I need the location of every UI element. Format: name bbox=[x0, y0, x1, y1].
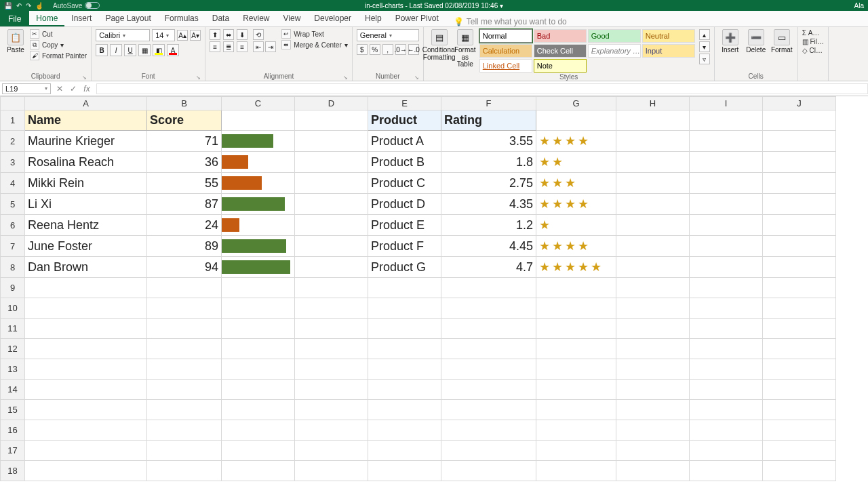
cell-I7[interactable] bbox=[690, 236, 763, 257]
cell-C14[interactable] bbox=[222, 380, 295, 400]
cell-J12[interactable] bbox=[763, 339, 836, 359]
cell-I13[interactable] bbox=[690, 359, 763, 380]
format-cells-button[interactable]: ▭Format bbox=[770, 29, 793, 72]
cell-H7[interactable] bbox=[616, 236, 690, 257]
row-header-16[interactable]: 16 bbox=[1, 420, 25, 441]
row-header-1[interactable]: 1 bbox=[1, 110, 25, 131]
cut-button[interactable]: ✂Cut bbox=[30, 29, 87, 39]
cell-B3[interactable]: 36 bbox=[147, 152, 222, 173]
cell-B16[interactable] bbox=[147, 420, 222, 441]
cell-D13[interactable] bbox=[295, 359, 368, 380]
cell-F15[interactable] bbox=[441, 400, 536, 420]
cell-A16[interactable] bbox=[25, 420, 147, 441]
cell-G5[interactable]: ★★★★ bbox=[536, 194, 616, 215]
cell-G8[interactable]: ★★★★★ bbox=[536, 257, 616, 278]
cell-B7[interactable]: 89 bbox=[147, 236, 222, 257]
cell-J16[interactable] bbox=[763, 420, 836, 441]
cell-G9[interactable] bbox=[536, 278, 616, 298]
cell-E17[interactable] bbox=[368, 441, 441, 461]
style-check-cell[interactable]: Check Cell bbox=[534, 44, 587, 58]
name-box[interactable]: L19▾ bbox=[2, 83, 51, 94]
cell-F1[interactable]: Rating bbox=[441, 110, 536, 131]
cell-C15[interactable] bbox=[222, 400, 295, 420]
cell-D9[interactable] bbox=[295, 278, 368, 298]
cell-J14[interactable] bbox=[763, 380, 836, 400]
cell-A5[interactable]: Li Xi bbox=[25, 194, 147, 215]
cell-F3[interactable]: 1.8 bbox=[441, 152, 536, 173]
cell-D11[interactable] bbox=[295, 319, 368, 339]
cell-G3[interactable]: ★★ bbox=[536, 152, 616, 173]
cell-J2[interactable] bbox=[763, 131, 836, 152]
cell-D10[interactable] bbox=[295, 298, 368, 319]
cell-C9[interactable] bbox=[222, 278, 295, 298]
italic-button[interactable]: I bbox=[110, 44, 122, 56]
wrap-text-button[interactable]: ↩Wrap Text bbox=[281, 29, 348, 39]
cell-C5[interactable] bbox=[222, 194, 295, 215]
cell-C11[interactable] bbox=[222, 319, 295, 339]
cell-E5[interactable]: Product D bbox=[368, 194, 441, 215]
cell-C1[interactable] bbox=[222, 110, 295, 131]
row-header-10[interactable]: 10 bbox=[1, 298, 25, 319]
col-header-E[interactable]: E bbox=[368, 97, 441, 110]
cell-E4[interactable]: Product C bbox=[368, 173, 441, 194]
cell-E12[interactable] bbox=[368, 339, 441, 359]
cell-H10[interactable] bbox=[616, 298, 690, 319]
cell-F9[interactable] bbox=[441, 278, 536, 298]
cell-D6[interactable] bbox=[295, 215, 368, 236]
cell-F12[interactable] bbox=[441, 339, 536, 359]
font-color-button[interactable]: A bbox=[167, 44, 179, 56]
cell-J9[interactable] bbox=[763, 278, 836, 298]
align-middle-button[interactable]: ⬌ bbox=[223, 29, 234, 40]
align-bottom-button[interactable]: ⬇ bbox=[237, 29, 248, 40]
cell-F16[interactable] bbox=[441, 420, 536, 441]
cell-D12[interactable] bbox=[295, 339, 368, 359]
cell-B14[interactable] bbox=[147, 380, 222, 400]
col-header-J[interactable]: J bbox=[763, 97, 836, 110]
fill-button[interactable]: ▥ Fil… bbox=[802, 38, 824, 45]
cell-A2[interactable]: Maurine Krieger bbox=[25, 131, 147, 152]
cell-J8[interactable] bbox=[763, 257, 836, 278]
style-calculation[interactable]: Calculation bbox=[479, 44, 532, 58]
cell-B11[interactable] bbox=[147, 319, 222, 339]
cell-E3[interactable]: Product B bbox=[368, 152, 441, 173]
cell-J17[interactable] bbox=[763, 441, 836, 461]
cell-A9[interactable] bbox=[25, 278, 147, 298]
conditional-formatting-button[interactable]: ▤ Conditional Formatting bbox=[428, 29, 451, 73]
format-as-table-button[interactable]: ▦ Format as Table bbox=[454, 29, 477, 73]
tab-view[interactable]: View bbox=[277, 12, 308, 26]
cell-A6[interactable]: Reena Hentz bbox=[25, 215, 147, 236]
cell-H9[interactable] bbox=[616, 278, 690, 298]
gallery-scroll-down[interactable]: ▾ bbox=[699, 41, 710, 52]
cell-G18[interactable] bbox=[536, 461, 616, 481]
increase-decimal-button[interactable]: .0→ bbox=[395, 44, 406, 55]
decrease-font-button[interactable]: A▾ bbox=[190, 30, 201, 41]
tab-formulas[interactable]: Formulas bbox=[158, 12, 205, 26]
tab-help[interactable]: Help bbox=[358, 12, 389, 26]
tab-home[interactable]: Home bbox=[29, 12, 64, 26]
row-header-11[interactable]: 11 bbox=[1, 319, 25, 339]
format-painter-button[interactable]: 🖌Format Painter bbox=[30, 51, 87, 60]
tab-file[interactable]: File bbox=[0, 11, 29, 26]
tab-review[interactable]: Review bbox=[236, 12, 276, 26]
gallery-expand[interactable]: ▿ bbox=[699, 54, 710, 64]
align-right-button[interactable]: ≡ bbox=[237, 41, 248, 52]
row-header-3[interactable]: 3 bbox=[1, 152, 25, 173]
cell-I3[interactable] bbox=[690, 152, 763, 173]
cell-B4[interactable]: 55 bbox=[147, 173, 222, 194]
cell-B2[interactable]: 71 bbox=[147, 131, 222, 152]
cell-A8[interactable]: Dan Brown bbox=[25, 257, 147, 278]
cell-H6[interactable] bbox=[616, 215, 690, 236]
cell-B17[interactable] bbox=[147, 441, 222, 461]
col-header-A[interactable]: A bbox=[25, 97, 147, 110]
cell-I2[interactable] bbox=[690, 131, 763, 152]
cell-E1[interactable]: Product bbox=[368, 110, 441, 131]
col-header-C[interactable]: C bbox=[222, 97, 295, 110]
cell-F8[interactable]: 4.7 bbox=[441, 257, 536, 278]
increase-font-button[interactable]: A▴ bbox=[177, 30, 188, 41]
cell-H14[interactable] bbox=[616, 380, 690, 400]
cell-C3[interactable] bbox=[222, 152, 295, 173]
cell-G13[interactable] bbox=[536, 359, 616, 380]
merge-center-button[interactable]: ⬌Merge & Center ▾ bbox=[281, 40, 348, 49]
cell-H11[interactable] bbox=[616, 319, 690, 339]
cell-A3[interactable]: Rosalina Reach bbox=[25, 152, 147, 173]
